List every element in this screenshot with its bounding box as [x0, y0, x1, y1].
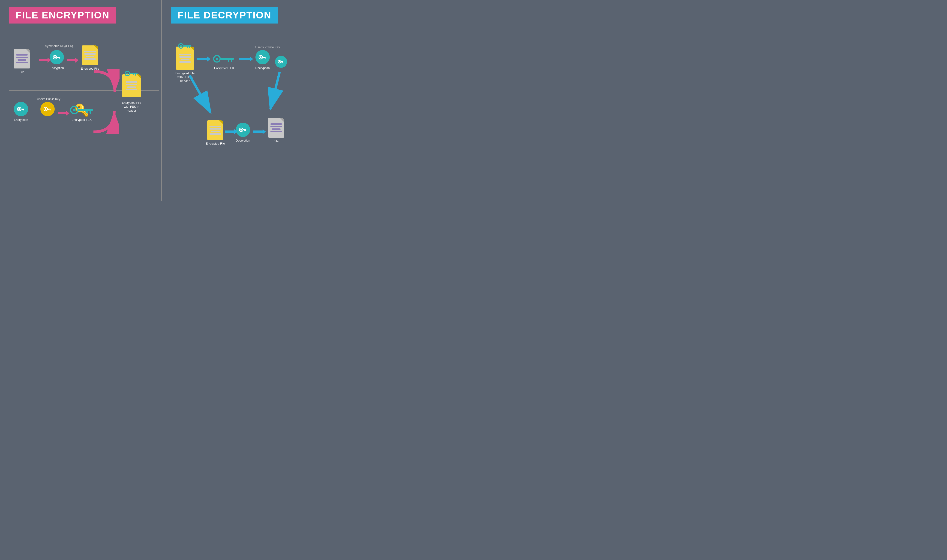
svg-marker-6: [67, 58, 79, 63]
dec-decryption-icon: [255, 50, 270, 64]
dec-bot-file-col: Encrypted File: [206, 120, 225, 146]
dec-bot-line-1: [210, 126, 221, 127]
dec-in-line-2: [179, 56, 191, 58]
out-line-4: [270, 131, 282, 132]
out-line-2: [270, 126, 282, 127]
svg-rect-46: [264, 57, 264, 58]
svg-point-1: [54, 57, 56, 58]
encrypted-file-doc: [82, 45, 98, 65]
svg-rect-3: [59, 57, 60, 58]
svg-rect-11: [22, 109, 23, 110]
svg-marker-17: [58, 111, 69, 116]
dec-bot-decryption-label: Decryption: [236, 139, 250, 143]
out-line-1: [270, 123, 282, 125]
result-doc-wrapper: [122, 74, 141, 97]
res-doc-line-3: [127, 86, 136, 88]
public-key-label: User's Public Key: [37, 97, 60, 101]
dec-enc-fek-label: Encrypted FEK: [214, 66, 234, 70]
svg-point-31: [180, 45, 182, 47]
svg-rect-28: [135, 74, 136, 75]
blue-arrow-dec-file: [253, 129, 266, 135]
sym-key-label: Symmetric Key(FEK): [45, 44, 73, 48]
sym-key-col: Encryption: [49, 50, 64, 70]
arrow-pubkey-enc: [58, 111, 69, 117]
svg-rect-34: [187, 46, 188, 48]
file-label: File: [20, 70, 25, 74]
decryption-panel: FILE DECRYPTION: [162, 0, 323, 201]
dec-input-doc-rel: [176, 46, 194, 70]
svg-rect-10: [23, 109, 24, 111]
svg-rect-39: [231, 60, 232, 62]
out-line-3: [272, 128, 281, 130]
dec-input-key-overlay: [178, 42, 192, 50]
svg-rect-22: [86, 111, 88, 113]
doc-line-2: [16, 57, 28, 58]
dec-output-file-doc: [268, 118, 284, 138]
enc-doc-line-3: [86, 56, 94, 57]
private-key-label: User's Private Key: [255, 45, 280, 49]
sym-key-icon: [49, 50, 64, 64]
enc-label-bottom: Encryption: [14, 118, 28, 122]
svg-marker-59: [225, 129, 238, 134]
svg-rect-50: [282, 62, 283, 63]
svg-point-8: [19, 108, 20, 110]
dec-output-file-label: File: [274, 140, 279, 143]
public-key-small-icon: [14, 102, 28, 116]
decryption-canvas: Encrypted Filewith FEK in header Encr: [171, 33, 314, 194]
arrow-enc-file: [67, 58, 79, 64]
doc-line-3: [17, 59, 26, 61]
svg-point-43: [260, 57, 261, 58]
dec-result-key-icon: [275, 56, 287, 68]
doc-line-1: [16, 54, 28, 55]
encryption-canvas: File Symmetric Key(FEK) Encryption: [9, 33, 152, 194]
dec-enc-fek-icon: [213, 53, 236, 65]
main-wrapper: FILE ENCRYPTION File Symmetric Key(FEK): [0, 0, 323, 201]
svg-marker-35: [197, 57, 210, 62]
svg-point-55: [240, 129, 242, 131]
encrypted-fek-label: Encrypted FEK: [71, 118, 92, 122]
dec-result-key-col: [275, 56, 287, 68]
svg-point-19: [73, 109, 76, 111]
svg-rect-51: [282, 62, 282, 63]
blue-diag-arrow-1: [187, 73, 222, 120]
encrypted-file-doc-col: Encryped File: [81, 45, 99, 71]
dec-output-file-col: File: [268, 118, 284, 143]
encryption-title: FILE ENCRYPTION: [9, 7, 116, 23]
doc-line-4: [16, 62, 28, 63]
file-doc-col: File: [14, 49, 30, 74]
res-doc-line-2: [126, 84, 137, 85]
diag-arrow-bottom-to-result: [91, 104, 119, 135]
blue-arrow-1: [197, 57, 210, 63]
dec-bot-decryption-col: Decryption: [236, 123, 250, 143]
result-key-overlay: [125, 70, 139, 78]
blue-diag-arrow-2: [266, 70, 289, 117]
dec-in-line-3: [181, 59, 190, 60]
result-label: Encrypted Filewith FEK in header: [120, 101, 143, 113]
svg-rect-32: [183, 45, 191, 46]
svg-point-26: [126, 72, 128, 74]
svg-rect-38: [220, 58, 234, 60]
svg-rect-57: [245, 130, 246, 131]
enc-doc-line-4: [84, 58, 96, 60]
svg-rect-20: [78, 109, 93, 111]
dec-decryption-col: Decryption: [255, 50, 270, 70]
svg-rect-29: [133, 74, 134, 75]
sym-key-encryption-label: Encryption: [49, 66, 64, 70]
enc-doc-line-2: [84, 53, 96, 55]
svg-rect-4: [58, 57, 59, 58]
encryption-panel: FILE ENCRYPTION File Symmetric Key(FEK): [0, 0, 162, 201]
svg-rect-33: [189, 46, 190, 48]
diag-arrow-top-to-result: [92, 69, 120, 100]
svg-marker-60: [253, 129, 266, 134]
public-key-small-col: Encryption: [14, 102, 28, 122]
svg-rect-27: [130, 73, 137, 74]
svg-rect-45: [265, 57, 265, 58]
dec-bot-enc-file-label: Encrypted File: [206, 142, 225, 146]
dec-bot-file-doc: [207, 120, 224, 140]
dec-in-line-1: [179, 54, 191, 55]
decryption-title: FILE DECRYPTION: [171, 7, 278, 23]
res-doc-line-1: [126, 82, 137, 83]
dec-in-line-4: [179, 62, 191, 63]
svg-rect-16: [48, 109, 49, 110]
dec-bot-line-2: [210, 128, 221, 129]
